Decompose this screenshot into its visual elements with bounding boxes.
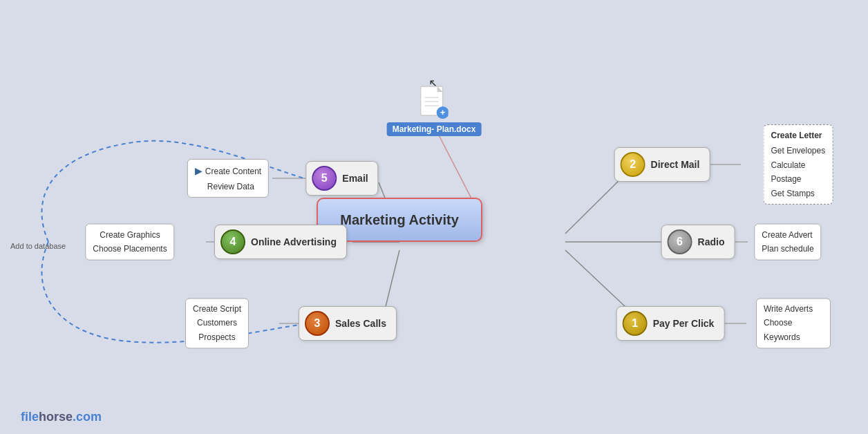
circle-radio: 6	[668, 229, 692, 254]
subtask-email: ▶ Create Content Review Data	[187, 159, 269, 198]
node-email: 5 Email	[305, 161, 378, 196]
subtask-online-line2: Choose Placements	[93, 242, 167, 256]
circle-pay-per-click: 1	[623, 311, 648, 336]
subtask-online: Create Graphics Choose Placements	[85, 224, 174, 261]
circle-online: 4	[220, 229, 245, 254]
node-sales-calls: 3 Sales Calls	[299, 306, 397, 341]
circle-direct-mail: 2	[621, 152, 645, 177]
document-label: Marketing- Plan.docx	[387, 122, 482, 136]
subtask-sales-line3: Prospects	[193, 330, 241, 344]
subtask-direct-mail: Create Letter Get Envelopes Calculate Po…	[764, 124, 833, 205]
subtask-sales-line1: Create Script	[193, 302, 241, 316]
node-radio: 6 Radio	[661, 225, 735, 259]
subtask-direct-mail-line1: Get Envelopes	[771, 144, 826, 158]
subtask-radio: Create Advert Plan schedule	[754, 224, 821, 261]
label-email: Email	[342, 173, 368, 184]
circle-email: 5	[312, 166, 337, 191]
label-online: Online Advertising	[251, 236, 337, 247]
label-radio: Radio	[698, 236, 725, 247]
subtask-sales: Create Script Customers Prospects	[185, 298, 249, 348]
subtask-ppc-line1: Write Adverts	[764, 302, 823, 316]
circle-sales: 3	[305, 311, 330, 336]
central-label: Marketing Activity	[340, 212, 459, 228]
subtask-direct-mail-header: Create Letter	[771, 129, 826, 142]
subtask-radio-line1: Create Advert	[762, 228, 813, 242]
node-online-advertising: 4 Online Advertising	[214, 225, 347, 259]
label-direct-mail: Direct Mail	[651, 159, 700, 170]
add-db-label: Add to database	[10, 242, 66, 250]
document-icon: +	[419, 85, 449, 120]
subtask-direct-mail-line2: Calculate Postage	[771, 158, 826, 187]
subtask-direct-mail-line3: Get Stamps	[771, 187, 826, 200]
node-pay-per-click: 1 Pay Per Click	[616, 306, 725, 341]
subtask-sales-line2: Customers	[193, 317, 241, 330]
subtask-pay-per-click: Write Adverts Choose Keywords	[756, 298, 831, 348]
subtask-ppc-line2: Choose Keywords	[764, 317, 823, 345]
watermark: filehorse.com	[21, 410, 102, 424]
svg-text:+: +	[440, 107, 446, 117]
subtask-radio-line2: Plan schedule	[762, 242, 813, 256]
label-sales: Sales Calls	[335, 318, 386, 329]
document-node: + Marketing- Plan.docx	[387, 85, 482, 136]
subtask-email-line2: Review Data	[195, 180, 261, 194]
subtask-email-line1: Create Content	[205, 164, 261, 178]
label-pay-per-click: Pay Per Click	[653, 318, 715, 329]
subtask-online-line1: Create Graphics	[93, 228, 167, 242]
node-direct-mail: 2 Direct Mail	[614, 147, 710, 182]
